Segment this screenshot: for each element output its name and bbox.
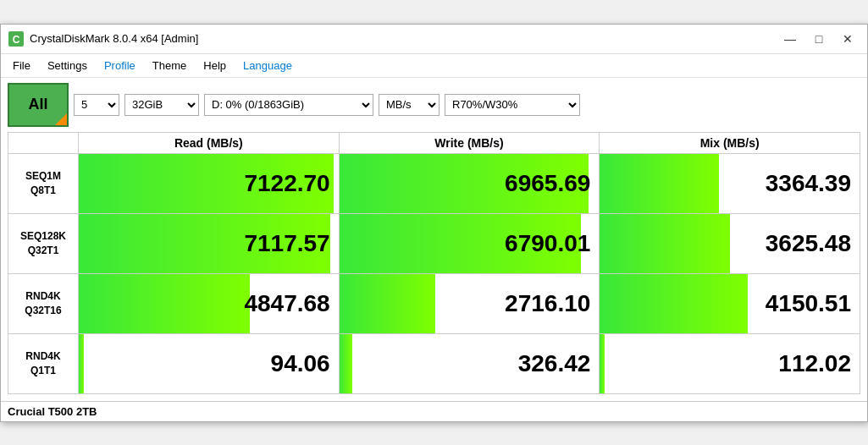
mix-cell: 4150.51 [600,273,860,333]
close-button[interactable]: ✕ [835,30,860,48]
menu-item-language[interactable]: Language [235,56,301,75]
mix-cell: 3364.39 [600,153,860,213]
mix-cell: 112.02 [600,333,860,393]
menu-item-profile[interactable]: Profile [96,56,144,75]
table-row: SEQ128KQ32T17117.576790.013625.48 [8,213,860,273]
row-label: RND4KQ1T1 [8,333,79,393]
mix-column-header: Mix (MB/s) [600,132,860,153]
read-cell: 7122.70 [79,153,340,213]
main-content: Read (MB/s) Write (MB/s) Mix (MB/s) SEQ1… [1,132,867,401]
table-row: RND4KQ1T194.06326.42112.02 [8,333,860,393]
profile-select[interactable]: R70%/W30% Default [445,94,580,116]
size-select[interactable]: 32GiB 1GiB 4GiB 8GiB 16GiB [124,94,199,116]
row-label: RND4KQ32T16 [8,273,79,333]
write-cell: 6965.69 [339,153,600,213]
toolbar: All 5 1 3 9 32GiB 1GiB 4GiB 8GiB 16GiB D… [1,78,867,132]
menu-bar: FileSettingsProfileThemeHelpLanguage [1,54,867,78]
maximize-button[interactable]: □ [806,30,832,48]
read-cell: 94.06 [79,333,340,393]
row-label: SEQ1MQ8T1 [8,153,79,213]
row-label: SEQ128KQ32T1 [8,213,79,273]
results-table: Read (MB/s) Write (MB/s) Mix (MB/s) SEQ1… [8,132,860,394]
menu-item-theme[interactable]: Theme [144,56,195,75]
menu-item-settings[interactable]: Settings [39,56,96,75]
table-row: RND4KQ32T164847.682716.104150.51 [8,273,860,333]
write-cell: 2716.10 [339,273,600,333]
mix-cell: 3625.48 [600,213,860,273]
read-cell: 7117.57 [79,213,340,273]
status-text: Crucial T500 2TB [8,405,97,418]
write-cell: 326.42 [339,333,600,393]
app-icon: C [8,30,25,47]
all-button[interactable]: All [8,83,69,127]
menu-item-help[interactable]: Help [195,56,235,75]
window-title: CrystalDiskMark 8.0.4 x64 [Admin] [30,32,198,45]
app-window: C CrystalDiskMark 8.0.4 x64 [Admin] — □ … [0,24,868,422]
write-cell: 6790.01 [339,213,600,273]
table-row: SEQ1MQ8T17122.706965.693364.39 [8,153,860,213]
title-bar: C CrystalDiskMark 8.0.4 x64 [Admin] — □ … [1,25,867,54]
read-column-header: Read (MB/s) [79,132,340,153]
drive-select[interactable]: D: 0% (0/1863GiB) [204,94,373,116]
write-column-header: Write (MB/s) [339,132,600,153]
unit-select[interactable]: MB/s GB/s IOPS [379,94,440,116]
title-bar-left: C CrystalDiskMark 8.0.4 x64 [Admin] [8,30,198,47]
window-controls: — □ ✕ [777,30,860,48]
minimize-button[interactable]: — [777,30,803,48]
runs-select[interactable]: 5 1 3 9 [74,94,119,116]
status-bar: Crucial T500 2TB [1,401,867,421]
label-column-header [8,132,79,153]
svg-text:C: C [13,34,20,46]
read-cell: 4847.68 [79,273,340,333]
menu-item-file[interactable]: File [4,56,39,75]
